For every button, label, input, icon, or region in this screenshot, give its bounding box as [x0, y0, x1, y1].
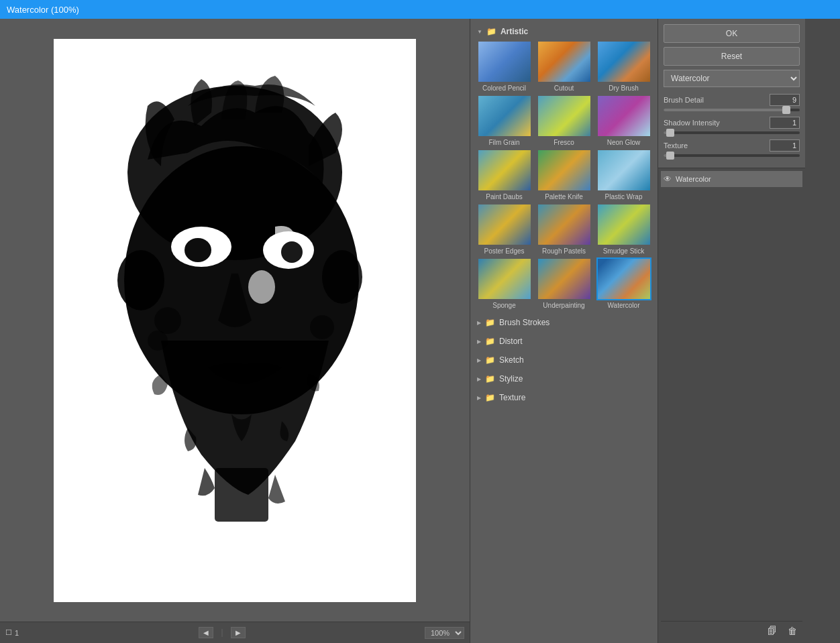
stylize-folder-icon: 📁 [485, 374, 495, 384]
filter-fresco[interactable]: Fresco [535, 95, 592, 146]
footer-nav: ◀ ▶ [199, 627, 246, 638]
image-canvas [54, 39, 416, 602]
brush-detail-input[interactable] [770, 94, 800, 106]
right-panel: OK Reset Watercolor Dry Brush Film Grain… [658, 19, 805, 643]
effects-panel: 👁 Watercolor 🗐 🗑 [658, 168, 805, 643]
brush-detail-slider-thumb[interactable] [782, 106, 790, 114]
svg-point-11 [148, 331, 168, 351]
artistic-folder-icon: 📁 [486, 27, 496, 36]
canvas-area: ☐ 1 ◀ ▶ 100% 50% 200% [0, 19, 470, 643]
title-text: Watercolor (100%) [7, 5, 79, 15]
filter-film-grain[interactable]: Film Grain [476, 95, 533, 146]
svg-point-3 [117, 250, 164, 310]
distort-label: Distort [499, 337, 523, 346]
category-stylize[interactable]: ▶ 📁 Stylize [474, 369, 653, 388]
stylize-arrow-icon: ▶ [477, 376, 481, 382]
new-effect-button[interactable]: 🗐 [765, 624, 780, 638]
svg-point-10 [154, 307, 181, 334]
filter-dropdown-row: Watercolor Dry Brush Film Grain Fresco [664, 70, 800, 87]
title-bar: Watercolor (100%) [0, 0, 840, 19]
category-sketch[interactable]: ▶ 📁 Sketch [474, 351, 653, 369]
effects-panel-footer: 🗐 🗑 [661, 621, 802, 640]
filter-fresco-label: Fresco [554, 139, 574, 146]
artistic-thumbnails-grid: Colored Pencil Cutout Dry Brush Film Gra… [474, 40, 653, 313]
texture-input[interactable] [770, 139, 800, 152]
svg-rect-5 [215, 468, 268, 522]
svg-point-8 [185, 238, 211, 262]
filter-colored-pencil[interactable]: Colored Pencil [476, 40, 533, 92]
next-page-button[interactable]: ▶ [231, 627, 246, 638]
filter-smudge-stick[interactable]: Smudge Stick [595, 203, 652, 255]
brush-detail-slider-track[interactable] [664, 109, 800, 111]
texture-slider-thumb[interactable] [666, 152, 674, 160]
filter-type-select[interactable]: Watercolor Dry Brush Film Grain Fresco [664, 70, 800, 87]
category-brush-strokes[interactable]: ▶ 📁 Brush Strokes [474, 313, 653, 332]
shadow-intensity-input[interactable] [770, 117, 800, 129]
brush-strokes-arrow-icon: ▶ [477, 320, 481, 326]
filter-palette-knife-label: Palette Knife [545, 193, 583, 200]
page-checkbox: ☐ [5, 628, 12, 637]
svg-point-12 [310, 315, 334, 339]
filter-plastic-wrap-label: Plastic Wrap [605, 193, 643, 200]
footer-left: ☐ 1 [5, 628, 19, 637]
filter-poster-edges[interactable]: Poster Edges [476, 203, 533, 255]
filter-cutout-label: Cutout [554, 84, 574, 92]
shadow-intensity-slider-track[interactable] [664, 131, 800, 134]
delete-effect-button[interactable]: 🗑 [785, 624, 800, 638]
svg-point-9 [281, 241, 303, 263]
scrollbar-track[interactable] [221, 629, 223, 637]
svg-point-4 [322, 250, 362, 304]
shadow-intensity-label: Shadow Intensity [664, 119, 770, 127]
distort-folder-icon: 📁 [485, 337, 495, 346]
canvas-footer: ☐ 1 ◀ ▶ 100% 50% 200% [0, 622, 470, 643]
filter-watercolor-label: Watercolor [608, 302, 640, 309]
filter-dry-brush[interactable]: Dry Brush [595, 40, 652, 92]
category-artistic[interactable]: ▼ 📁 Artistic [474, 23, 653, 40]
stylize-label: Stylize [499, 374, 523, 384]
filter-paint-daubs[interactable]: Paint Daubs [476, 149, 533, 200]
filter-palette-knife[interactable]: Palette Knife [535, 149, 592, 200]
zoom-indicator: 100% 50% 200% [425, 627, 464, 639]
filter-gallery: ▼ 📁 Artistic Colored Pencil Cutout [470, 19, 658, 643]
shadow-intensity-row: Shadow Intensity [664, 117, 800, 129]
filter-plastic-wrap[interactable]: Plastic Wrap [595, 149, 652, 200]
filter-film-grain-label: Film Grain [488, 139, 519, 146]
sketch-arrow-icon: ▶ [477, 357, 481, 363]
sketch-folder-icon: 📁 [485, 355, 495, 365]
distort-arrow-icon: ▶ [477, 339, 481, 345]
texture-folder-icon: 📁 [485, 393, 495, 402]
filter-neon-glow[interactable]: Neon Glow [595, 95, 652, 146]
brush-detail-row: Brush Detail [664, 94, 800, 106]
filter-underpainting-label: Underpainting [543, 302, 584, 309]
filter-panel: ▼ 📁 Artistic Colored Pencil Cutout [470, 19, 658, 643]
filter-smudge-stick-label: Smudge Stick [603, 247, 645, 255]
category-distort[interactable]: ▶ 📁 Distort [474, 332, 653, 351]
sketch-label: Sketch [499, 355, 524, 365]
effect-watercolor-item[interactable]: 👁 Watercolor [661, 171, 802, 187]
filter-colored-pencil-label: Colored Pencil [482, 84, 526, 92]
artistic-arrow-icon: ▼ [477, 29, 482, 35]
texture-label: Texture [664, 141, 770, 150]
texture-label: Texture [499, 393, 525, 402]
prev-page-button[interactable]: ◀ [199, 627, 213, 638]
filter-rough-pastels-label: Rough Pastels [542, 247, 586, 255]
brush-detail-label: Brush Detail [664, 96, 770, 104]
shadow-intensity-slider-thumb[interactable] [666, 129, 674, 137]
filter-watercolor[interactable]: Watercolor [595, 257, 652, 309]
brush-strokes-label: Brush Strokes [499, 318, 549, 327]
category-texture[interactable]: ▶ 📁 Texture [474, 388, 653, 407]
face-silhouette [54, 39, 416, 602]
reset-button[interactable]: Reset [664, 47, 800, 66]
zoom-select[interactable]: 100% 50% 200% [425, 627, 464, 639]
texture-slider-track[interactable] [664, 154, 800, 157]
ok-button[interactable]: OK [664, 24, 800, 43]
filter-underpainting[interactable]: Underpainting [535, 257, 592, 309]
filter-sponge[interactable]: Sponge [476, 257, 533, 309]
filter-cutout[interactable]: Cutout [535, 40, 592, 92]
filter-rough-pastels[interactable]: Rough Pastels [535, 203, 592, 255]
visibility-eye-icon[interactable]: 👁 [664, 174, 672, 184]
main-layout: ☐ 1 ◀ ▶ 100% 50% 200% [0, 19, 840, 643]
effect-watercolor-name: Watercolor [676, 175, 711, 183]
brush-detail-slider-fill [664, 109, 786, 111]
artistic-label: Artistic [501, 27, 528, 36]
